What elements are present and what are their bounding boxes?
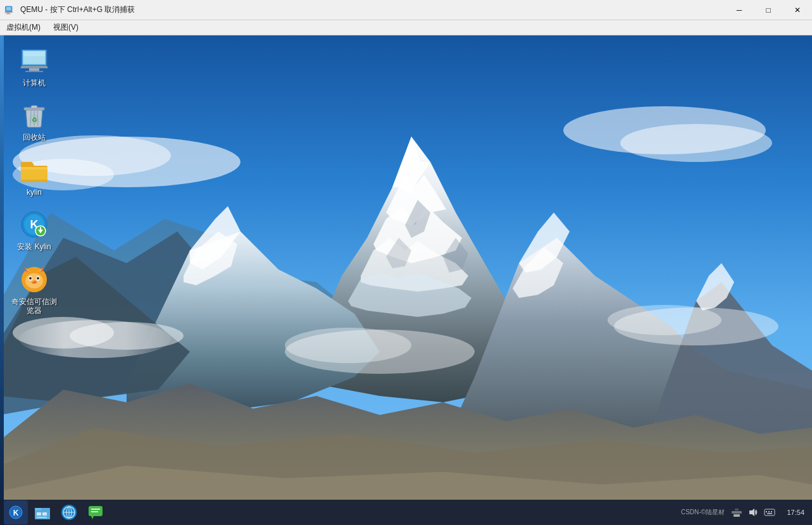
desktop-icons: 计算机 ♻ [9, 42, 59, 324]
tray-keyboard-icon[interactable] [763, 505, 777, 519]
svg-rect-90 [732, 511, 742, 514]
kylin-folder-label: kylin [27, 188, 42, 197]
svg-marker-86 [91, 516, 94, 519]
svg-point-66 [37, 277, 39, 280]
svg-rect-94 [766, 511, 767, 512]
taskbar-credit: CSDN-©陆星材 [681, 508, 725, 517]
kylin-folder-image [19, 155, 49, 185]
titlebar-icon [4, 4, 16, 16]
svg-point-28 [70, 322, 184, 350]
taskbar-browser-button[interactable] [57, 500, 81, 524]
taskbar-tray: CSDN-©陆星材 [681, 505, 809, 519]
mountain-scene [0, 35, 812, 525]
svg-rect-3 [7, 12, 10, 13]
desktop: 计算机 ♻ [0, 35, 812, 525]
svg-point-32 [608, 305, 721, 335]
install-kylin-icon[interactable]: K 安装 Kylin [9, 206, 59, 255]
svg-rect-97 [767, 513, 772, 514]
taskbar: K [0, 500, 812, 525]
svg-point-72 [32, 281, 34, 282]
computer-icon[interactable]: 计算机 [9, 42, 59, 91]
left-accent-bar [0, 35, 4, 525]
taskbar-time: 17:54 [779, 509, 804, 516]
menu-view[interactable]: 视图(V) [47, 20, 85, 35]
titlebar-controls: ─ □ ✕ [725, 0, 812, 20]
svg-rect-4 [6, 13, 11, 14]
titlebar-title: QEMU - 按下 Ctrl+Alt+G 取消捕获 [20, 4, 725, 15]
taskbar-start-button[interactable]: K [4, 500, 28, 524]
svg-rect-76 [35, 508, 41, 510]
taskbar-messaging-button[interactable] [84, 500, 108, 524]
browser-icon[interactable]: 奇安信可信浏览器 [9, 261, 59, 319]
svg-rect-79 [37, 517, 47, 518]
install-kylin-image: K [19, 209, 49, 240]
svg-rect-93 [765, 509, 775, 516]
recycle-bin-icon[interactable]: ♻ 回收站 [9, 96, 59, 145]
browser-image [19, 264, 49, 295]
svg-text:K: K [13, 509, 19, 517]
svg-rect-96 [771, 511, 772, 512]
svg-point-65 [29, 277, 32, 280]
menu-vm[interactable]: 虚拟机(M) [0, 20, 47, 35]
svg-rect-77 [37, 512, 41, 516]
computer-icon-image [19, 46, 49, 76]
svg-point-37 [620, 124, 772, 162]
browser-label: 奇安信可信浏览器 [11, 297, 57, 316]
svg-rect-89 [734, 514, 740, 517]
svg-text:♻: ♻ [32, 116, 37, 123]
restore-button[interactable]: □ [754, 0, 783, 20]
svg-rect-60 [40, 227, 41, 231]
titlebar: QEMU - 按下 Ctrl+Alt+G 取消捕获 ─ □ ✕ [0, 0, 812, 20]
svg-rect-78 [42, 512, 47, 516]
svg-marker-2 [4, 11, 13, 12]
svg-rect-46 [29, 68, 39, 71]
close-button[interactable]: ✕ [783, 0, 812, 20]
kylin-folder-icon[interactable]: kylin [9, 151, 59, 201]
svg-point-30 [285, 328, 411, 363]
svg-marker-45 [20, 66, 48, 68]
svg-rect-47 [25, 71, 43, 72]
svg-marker-92 [749, 509, 754, 516]
svg-rect-52 [31, 106, 37, 108]
svg-rect-44 [23, 51, 45, 56]
tray-volume-icon[interactable] [746, 505, 760, 519]
computer-label: 计算机 [23, 78, 46, 87]
svg-rect-85 [89, 506, 103, 516]
recycle-label: 回收站 [23, 133, 46, 142]
svg-rect-95 [768, 511, 770, 512]
svg-rect-91 [735, 509, 739, 510]
taskbar-files-button[interactable] [30, 500, 54, 524]
svg-rect-1 [6, 7, 11, 10]
recycle-icon-image: ♻ [19, 100, 49, 130]
install-kylin-label: 安装 Kylin [17, 242, 51, 251]
minimize-button[interactable]: ─ [725, 0, 754, 20]
menubar: 虚拟机(M) 视图(V) [0, 20, 812, 35]
tray-network-icon[interactable] [730, 505, 744, 519]
